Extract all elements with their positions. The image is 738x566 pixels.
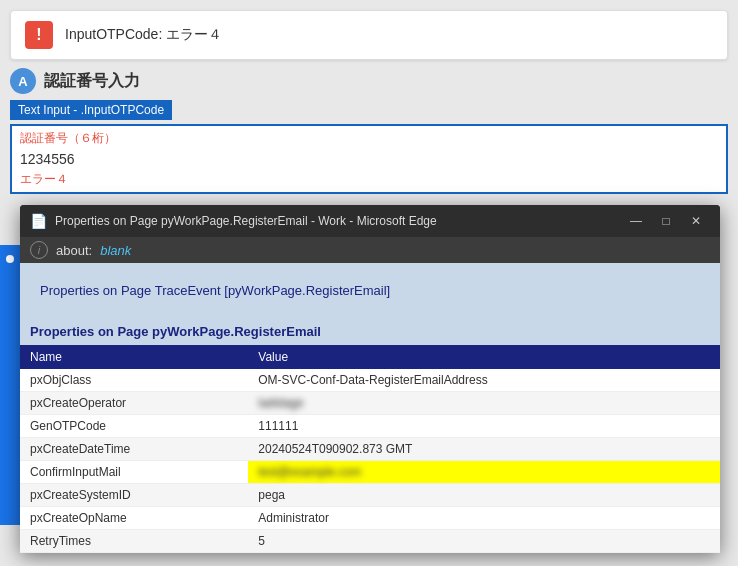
- table-row: pxCreateOpNameAdministrator: [20, 507, 720, 530]
- table-row: RetryTimes5: [20, 530, 720, 553]
- table-row: pxCreateSystemIDpega: [20, 484, 720, 507]
- form-section: A 認証番号入力 Text Input - .InputOTPCode 認証番号…: [10, 68, 728, 194]
- prop-name: GenOTPCode: [20, 415, 248, 438]
- close-button[interactable]: ✕: [682, 211, 710, 231]
- table-row: pxCreateOperatorladidage: [20, 392, 720, 415]
- address-prefix: about:: [56, 243, 92, 258]
- prop-name: pxCreateSystemID: [20, 484, 248, 507]
- minimize-button[interactable]: —: [622, 211, 650, 231]
- prop-value: 111111: [248, 415, 720, 438]
- form-title: 認証番号入力: [44, 71, 140, 92]
- prop-name: pxObjClass: [20, 369, 248, 392]
- sidebar-dot: [6, 255, 14, 263]
- edge-title-text: Properties on Page pyWorkPage.RegisterEm…: [55, 214, 614, 228]
- input-placeholder: 認証番号（６桁）: [20, 130, 718, 147]
- sidebar-piece: [0, 245, 20, 525]
- edge-titlebar: 📄 Properties on Page pyWorkPage.Register…: [20, 205, 720, 237]
- input-error: エラー４: [20, 171, 718, 188]
- prop-value: test@example.com: [248, 461, 720, 484]
- prop-value: Administrator: [248, 507, 720, 530]
- edge-controls: — □ ✕: [622, 211, 710, 231]
- prop-value: ladidage: [248, 392, 720, 415]
- table-row: GenOTPCode111111: [20, 415, 720, 438]
- alert-text: InputOTPCode: エラー４: [65, 26, 222, 44]
- page-icon: 📄: [30, 213, 47, 229]
- table-row: ConfirmInputMailtest@example.com: [20, 461, 720, 484]
- edge-content: Properties on Page TraceEvent [pyWorkPag…: [20, 263, 720, 318]
- prop-name: pxCreateOpName: [20, 507, 248, 530]
- form-title-row: A 認証番号入力: [10, 68, 728, 94]
- properties-section: Properties on Page pyWorkPage.RegisterEm…: [20, 318, 720, 553]
- prop-value: 20240524T090902.873 GMT: [248, 438, 720, 461]
- prop-name: ConfirmInputMail: [20, 461, 248, 484]
- table-row: pxCreateDateTime20240524T090902.873 GMT: [20, 438, 720, 461]
- prop-name: pxCreateDateTime: [20, 438, 248, 461]
- col-header-value: Value: [248, 345, 720, 369]
- prop-value: pega: [248, 484, 720, 507]
- section-header: Properties on Page pyWorkPage.RegisterEm…: [20, 318, 720, 345]
- edge-addressbar: i about:blank: [20, 237, 720, 263]
- col-header-name: Name: [20, 345, 248, 369]
- form-avatar: A: [10, 68, 36, 94]
- trace-event-title: Properties on Page TraceEvent [pyWorkPag…: [36, 275, 704, 306]
- form-input-wrapper: 認証番号（６桁） 1234556 エラー４: [10, 124, 728, 194]
- info-icon: i: [30, 241, 48, 259]
- prop-name: RetryTimes: [20, 530, 248, 553]
- input-value[interactable]: 1234556: [20, 149, 718, 169]
- maximize-button[interactable]: □: [652, 211, 680, 231]
- about-blank-url: blank: [100, 243, 131, 258]
- alert-icon-text: !: [36, 26, 41, 44]
- prop-value: 5: [248, 530, 720, 553]
- prop-name: pxCreateOperator: [20, 392, 248, 415]
- input-label-bar: Text Input - .InputOTPCode: [10, 100, 172, 120]
- edge-window: 📄 Properties on Page pyWorkPage.Register…: [20, 205, 720, 553]
- alert-icon: !: [25, 21, 53, 49]
- alert-banner: ! InputOTPCode: エラー４: [10, 10, 728, 60]
- properties-table: Name Value pxObjClassOM-SVC-Conf-Data-Re…: [20, 345, 720, 553]
- table-row: pxObjClassOM-SVC-Conf-Data-RegisterEmail…: [20, 369, 720, 392]
- prop-value: OM-SVC-Conf-Data-RegisterEmailAddress: [248, 369, 720, 392]
